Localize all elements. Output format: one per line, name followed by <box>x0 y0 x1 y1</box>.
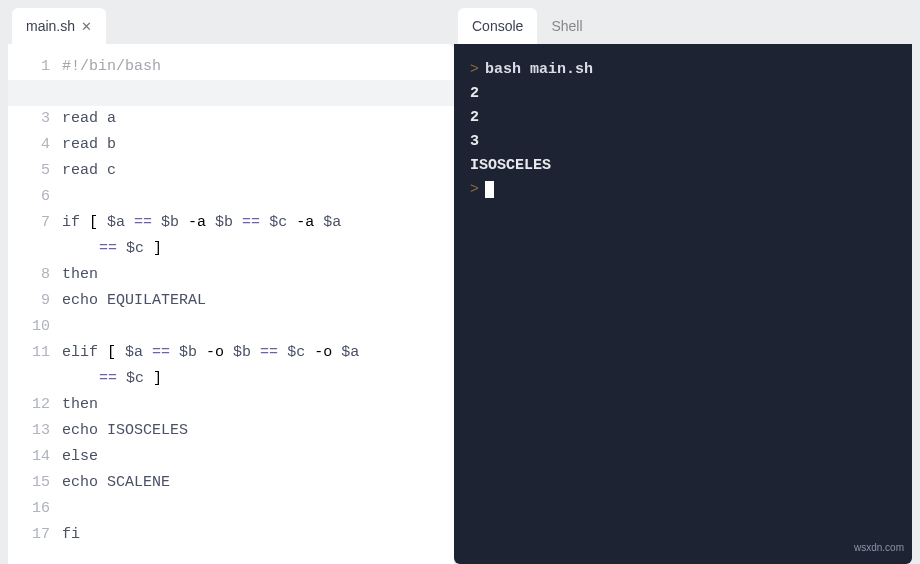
prompt-icon: > <box>470 61 479 78</box>
editor-tab-label: main.sh <box>26 18 75 34</box>
prompt-icon: > <box>470 181 479 198</box>
editor-pane: main.sh ✕ 1234567891011121314151617 #!/b… <box>0 0 454 564</box>
console-output-line: 3 <box>470 130 896 154</box>
line-number: 9 <box>8 288 50 314</box>
line-number: 8 <box>8 262 50 288</box>
code-line[interactable]: if [ $a == $b -a $b == $c -a $a == $c ] <box>62 210 442 262</box>
code-line[interactable]: echo EQUILATERAL <box>62 288 442 314</box>
line-number: 10 <box>8 314 50 340</box>
code-line[interactable] <box>62 184 442 210</box>
line-number: 11 <box>8 340 50 392</box>
code-line[interactable] <box>62 496 442 522</box>
code-line[interactable]: read c <box>62 158 442 184</box>
line-number: 16 <box>8 496 50 522</box>
line-number: 14 <box>8 444 50 470</box>
line-number: 7 <box>8 210 50 262</box>
console-body[interactable]: >bash main.sh223ISOSCELES>wsxdn.com <box>454 44 912 564</box>
console-output-line: 2 <box>470 106 896 130</box>
editor-body[interactable]: 1234567891011121314151617 #!/bin/bashrea… <box>8 44 454 564</box>
editor-tab-main[interactable]: main.sh ✕ <box>12 8 106 44</box>
code-line[interactable]: echo SCALENE <box>62 470 442 496</box>
console-output-line: 2 <box>470 82 896 106</box>
editor-tabbar: main.sh ✕ <box>8 8 454 44</box>
code-line[interactable]: else <box>62 444 442 470</box>
cursor-icon <box>485 181 494 198</box>
line-number: 12 <box>8 392 50 418</box>
console-prompt[interactable]: > <box>470 178 896 202</box>
console-tab-console[interactable]: Console <box>458 8 537 44</box>
code-line[interactable]: fi <box>62 522 442 548</box>
console-output-line: ISOSCELES <box>470 154 896 178</box>
line-number: 3 <box>8 106 50 132</box>
console-tab-shell[interactable]: Shell <box>537 8 596 44</box>
console-command-line: >bash main.sh <box>470 58 896 82</box>
line-number: 1 <box>8 54 50 80</box>
code-line[interactable] <box>62 314 442 340</box>
code-line[interactable] <box>8 80 454 106</box>
code-line[interactable]: read a <box>62 106 442 132</box>
code-line[interactable]: read b <box>62 132 442 158</box>
line-number: 6 <box>8 184 50 210</box>
code-line[interactable]: #!/bin/bash <box>62 54 442 80</box>
line-number: 13 <box>8 418 50 444</box>
line-number: 5 <box>8 158 50 184</box>
line-number: 4 <box>8 132 50 158</box>
console-command: bash main.sh <box>485 61 593 78</box>
code-line[interactable]: echo ISOSCELES <box>62 418 442 444</box>
watermark: wsxdn.com <box>854 536 904 560</box>
line-number: 17 <box>8 522 50 548</box>
line-number: 15 <box>8 470 50 496</box>
console-pane: ConsoleShell >bash main.sh223ISOSCELES>w… <box>454 0 920 564</box>
code-line[interactable]: elif [ $a == $b -o $b == $c -o $a == $c … <box>62 340 442 392</box>
line-gutter: 1234567891011121314151617 <box>8 44 62 564</box>
code-line[interactable]: then <box>62 262 442 288</box>
code-line[interactable]: then <box>62 392 442 418</box>
console-tabbar: ConsoleShell <box>454 8 912 44</box>
close-icon[interactable]: ✕ <box>81 19 92 34</box>
code-area[interactable]: #!/bin/bashread aread bread cif [ $a == … <box>62 44 454 564</box>
